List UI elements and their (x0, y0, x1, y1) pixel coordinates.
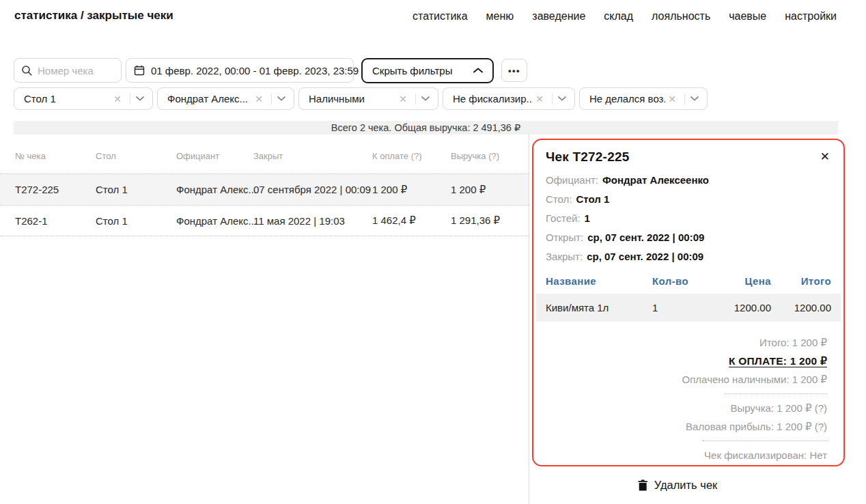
filter-chip-table[interactable]: Стол 1 ✕ (14, 87, 153, 110)
nav-item-tips[interactable]: чаевые (729, 10, 766, 23)
items-col-total: Итого (771, 275, 831, 287)
chip-remove-icon[interactable]: ✕ (533, 94, 546, 104)
chevron-down-icon[interactable] (277, 96, 285, 101)
receipt-row-T262-1[interactable]: T262-1 Стол 1 Фондрат Алекс... 11 мая 20… (0, 205, 529, 236)
receipt-number-search[interactable] (14, 58, 122, 83)
cell-revenue: 1 291,36 ₽ (451, 214, 529, 227)
chip-remove-icon[interactable]: ✕ (252, 94, 266, 104)
cell-closed: 07 сентября 2022 | 00:09 (253, 184, 372, 195)
cell-to-pay: 1 200 ₽ (372, 184, 451, 196)
col-header-to-pay: К оплате (?) (372, 151, 451, 161)
filter-chip-fiscalization[interactable]: Не фискализир... ✕ (443, 87, 575, 110)
delete-receipt-button[interactable]: Удалить чек (638, 479, 718, 492)
receipt-totals: Итого: 1 200 ₽ К ОПЛАТЕ: 1 200 ₽ Оплачен… (546, 333, 831, 464)
close-icon[interactable]: ✕ (819, 150, 831, 164)
delete-receipt-label: Удалить чек (654, 479, 718, 492)
total-subtotal: Итого: 1 200 ₽ (546, 333, 827, 352)
receipts-table-header: № чека Стол Официант Закрыт К оплате (?)… (0, 135, 529, 173)
cell-revenue: 1 200 ₽ (451, 184, 529, 196)
receipt-detail-card: Чек T272-225 ✕ Официант:Фондрат Алексеен… (532, 139, 845, 466)
receipt-items-table: Название Кол-во Цена Итого Киви/мята 1л … (546, 275, 831, 322)
total-revenue: Выручка: 1 200 ₽ (?) (546, 399, 827, 417)
chip-label: Наличными (309, 93, 396, 104)
nav-item-menu[interactable]: меню (486, 10, 514, 23)
chip-separator (552, 94, 553, 104)
hide-filters-button[interactable]: Скрыть фильтры (361, 58, 494, 83)
col-header-waiter: Официант (176, 151, 253, 161)
receipt-row-T272-225[interactable]: T272-225 Стол 1 Фондрат Алекс... 07 сент… (0, 173, 529, 205)
chip-remove-icon[interactable]: ✕ (396, 94, 410, 104)
info-label: Стол: (546, 193, 572, 205)
nav-item-warehouse[interactable]: склад (604, 10, 633, 23)
filter-chip-payment-method[interactable]: Наличными ✕ (298, 87, 438, 110)
cell-table: Стол 1 (96, 184, 176, 195)
col-header-revenue: Выручка (?) (451, 151, 529, 161)
cell-closed: 11 мая 2022 | 19:03 (253, 215, 372, 227)
totals-divider (703, 440, 827, 441)
col-header-number: № чека (15, 151, 96, 161)
chip-remove-icon[interactable]: ✕ (665, 94, 679, 104)
calendar-icon (134, 65, 145, 76)
item-qty: 1 (652, 302, 706, 313)
info-value-opened: ср, 07 сент. 2022 | 00:09 (587, 232, 704, 243)
chevron-down-icon[interactable] (136, 96, 144, 101)
chip-separator (130, 94, 130, 104)
nav-item-statistics[interactable]: статистика (413, 10, 467, 23)
cell-waiter: Фондрат Алекс... (176, 215, 253, 227)
items-col-qty: Кол-во (652, 275, 706, 287)
cell-number: T272-225 (15, 184, 96, 195)
chip-separator (684, 94, 685, 104)
receipt-info: Официант:Фондрат Алексеенко Стол:Стол 1 … (546, 171, 831, 266)
items-col-name: Название (546, 275, 652, 287)
nav-item-loyalty[interactable]: лояльность (652, 10, 710, 23)
chip-remove-icon[interactable]: ✕ (111, 94, 124, 104)
chevron-down-icon[interactable] (421, 96, 430, 101)
chip-separator (271, 94, 272, 104)
hide-filters-label: Скрыть фильтры (372, 65, 452, 76)
receipts-table: № чека Стол Официант Закрыт К оплате (?)… (0, 135, 529, 236)
summary-text: Всего 2 чека. Общая выручка: 2 491,36 ₽ (331, 122, 520, 133)
chevron-down-icon[interactable] (690, 96, 699, 101)
cell-number: T262-1 (15, 215, 96, 227)
top-nav: статистика меню заведение склад лояльнос… (413, 10, 837, 23)
chip-label: Стол 1 (24, 93, 111, 104)
summary-bar: Всего 2 чека. Общая выручка: 2 491,36 ₽ (14, 121, 838, 135)
total-fiscalized: Чек фискализирован: Нет (546, 446, 827, 464)
item-total: 1200.00 (771, 302, 831, 313)
item-price: 1200.00 (706, 302, 771, 313)
items-table-header: Название Кол-во Цена Итого (546, 275, 831, 287)
info-label: Официант: (546, 174, 598, 186)
total-to-pay: К ОПЛАТЕ: 1 200 ₽ (546, 352, 827, 370)
nav-item-settings[interactable]: настройки (785, 10, 837, 23)
info-label: Гостей: (546, 212, 581, 224)
date-range-button[interactable]: 01 февр. 2022, 00:00 - 01 февр. 2023, 23… (126, 58, 354, 83)
filter-chip-refund[interactable]: Не делался воз... ✕ (579, 87, 708, 110)
chevron-down-icon[interactable] (558, 96, 566, 101)
panel-divider (529, 134, 529, 504)
totals-divider (725, 393, 827, 394)
chip-label: Не делался воз... (589, 93, 665, 104)
receipt-title: Чек T272-225 (546, 150, 629, 165)
chip-label: Фондрат Алекс... (167, 93, 252, 104)
date-range-label: 01 февр. 2022, 00:00 - 01 февр. 2023, 23… (151, 65, 359, 76)
search-input[interactable] (38, 65, 114, 76)
cell-to-pay: 1 462,4 ₽ (372, 214, 451, 227)
col-header-table: Стол (96, 151, 176, 161)
filter-chip-waiter[interactable]: Фондрат Алекс... ✕ (157, 87, 294, 110)
more-options-button[interactable]: ••• (501, 59, 527, 82)
search-icon (21, 65, 32, 76)
ellipsis-icon: ••• (508, 66, 520, 75)
col-header-closed: Закрыт (253, 151, 372, 161)
info-label: Открыт: (546, 232, 583, 243)
nav-item-venue[interactable]: заведение (532, 10, 585, 23)
items-col-price: Цена (706, 275, 771, 287)
chip-label: Не фискализир... (453, 93, 533, 104)
cell-table: Стол 1 (96, 215, 176, 227)
chevron-up-icon (473, 68, 483, 73)
item-name: Киви/мята 1л (546, 302, 652, 313)
total-paid-cash: Оплачено наличными: 1 200 ₽ (546, 370, 827, 389)
trash-icon (638, 479, 648, 491)
item-row: Киви/мята 1л 1 1200.00 1200.00 (536, 294, 841, 322)
filter-bar: 01 февр. 2022, 00:00 - 01 февр. 2023, 23… (14, 58, 527, 83)
info-label: Закрыт: (546, 251, 583, 262)
